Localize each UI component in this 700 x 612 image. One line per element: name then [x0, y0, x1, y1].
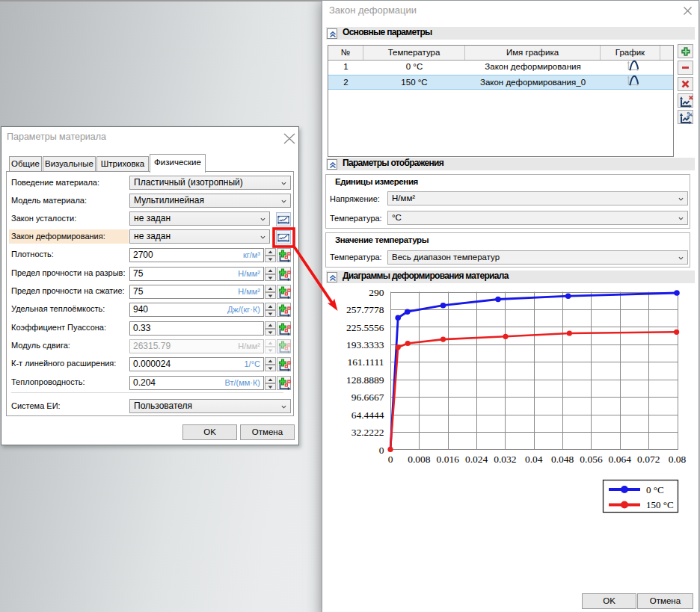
svg-text:0.008: 0.008 — [408, 454, 431, 465]
svg-text:0.064: 0.064 — [609, 454, 632, 465]
svg-text:0.08: 0.08 — [669, 454, 687, 465]
svg-text:193.3333: 193.3333 — [346, 339, 384, 350]
svg-text:0: 0 — [388, 454, 393, 465]
svg-text:0.048: 0.048 — [551, 454, 574, 465]
svg-text:0.072: 0.072 — [637, 454, 660, 465]
svg-text:0 °C: 0 °C — [646, 484, 664, 495]
svg-text:128.8889: 128.8889 — [346, 374, 384, 386]
svg-text:257.7778: 257.7778 — [346, 304, 384, 315]
svg-text:0: 0 — [379, 445, 384, 456]
svg-text:290: 290 — [369, 287, 384, 298]
svg-text:64.4444: 64.4444 — [351, 409, 384, 421]
svg-text:0.016: 0.016 — [437, 454, 460, 465]
svg-text:0.024: 0.024 — [465, 454, 488, 465]
svg-text:225.5556: 225.5556 — [346, 322, 384, 333]
svg-text:0.032: 0.032 — [494, 454, 516, 465]
svg-text:0.04: 0.04 — [525, 454, 543, 465]
svg-text:96.6667: 96.6667 — [351, 392, 384, 403]
svg-text:0.056: 0.056 — [580, 454, 603, 465]
svg-text:161.1111: 161.1111 — [347, 356, 384, 368]
svg-text:32.2222: 32.2222 — [351, 427, 384, 438]
svg-text:150 °C: 150 °C — [646, 499, 674, 510]
